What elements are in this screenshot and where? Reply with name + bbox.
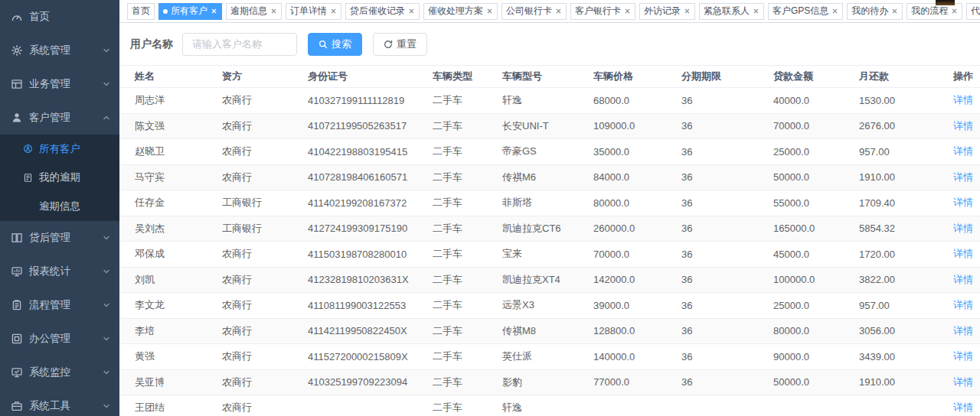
table-row: 周志洋农商行410327199111112819二手车轩逸68000.03640…	[119, 88, 980, 114]
detail-link[interactable]: 详情	[953, 223, 973, 234]
sidebar-item[interactable]: 系统工具	[0, 389, 119, 416]
detail-link[interactable]: 详情	[953, 376, 973, 388]
column-header-vehicle_price: 车辆价格	[593, 66, 681, 88]
tab-active[interactable]: 所有客户	[158, 3, 222, 20]
cell-action: 详情	[953, 88, 980, 114]
cell-vehicle_model: 凯迪拉克XT4	[502, 267, 593, 293]
sidebar-item[interactable]: 首页	[0, 0, 119, 34]
tab[interactable]: 代签任务	[966, 3, 980, 20]
close-icon[interactable]	[330, 8, 337, 15]
cell-action: 详情	[953, 139, 980, 165]
tab-label: 外访记录	[644, 5, 681, 18]
close-icon[interactable]	[270, 8, 277, 15]
tab[interactable]: 紧急联系人	[699, 3, 764, 20]
cell-vehicle_model: 菲斯塔	[502, 190, 593, 216]
detail-link[interactable]: 详情	[953, 401, 973, 413]
cell-funder: 工商银行	[222, 190, 308, 216]
sidebar-item[interactable]: 贷后管理	[0, 221, 119, 255]
tab-label: 我的待办	[851, 5, 888, 18]
close-icon[interactable]	[891, 8, 898, 15]
cell-name: 刘凯	[119, 267, 222, 293]
cell-vehicle_price: 140000.0	[593, 344, 681, 370]
clipboard-icon	[11, 299, 23, 311]
sidebar-item[interactable]: 客户管理	[0, 101, 119, 135]
close-icon[interactable]	[831, 8, 838, 15]
tab[interactable]: 贷后催收记录	[345, 3, 420, 20]
cell-vehicle_model: 轩逸	[502, 395, 593, 416]
document-list-icon	[23, 173, 33, 183]
tab[interactable]: 客户GPS信息	[768, 3, 843, 20]
tab[interactable]: 外访记录	[639, 3, 695, 20]
table-row: 王团结农商行二手车轩逸详情	[119, 395, 980, 416]
tab[interactable]: 公司银行卡	[501, 3, 567, 20]
tab[interactable]: 逾期信息	[226, 3, 282, 20]
sidebar-item[interactable]: 流程管理	[0, 288, 119, 322]
customer-name-input[interactable]	[182, 33, 297, 56]
column-header-vehicle_model: 车辆型号	[502, 66, 593, 88]
tab[interactable]: 催收处理方案	[423, 3, 498, 20]
sidebar-item[interactable]: 业务管理	[0, 67, 119, 101]
tab[interactable]: 首页	[127, 3, 155, 20]
detail-link[interactable]: 详情	[953, 274, 973, 285]
avatar-fragment	[936, 0, 955, 5]
cell-funder: 农商行	[222, 344, 308, 370]
tab-label: 客户GPS信息	[773, 5, 828, 18]
sidebar-subitem[interactable]: 我的逾期	[0, 164, 119, 193]
detail-link[interactable]: 详情	[953, 350, 973, 362]
sidebar-item[interactable]: 系统监控	[0, 356, 119, 389]
cell-name: 吴亚博	[119, 369, 222, 395]
close-icon[interactable]	[951, 8, 958, 15]
cell-action: 详情	[953, 293, 980, 319]
search-button-label: 搜索	[332, 37, 351, 51]
cell-vehicle_price: 260000.0	[593, 216, 681, 242]
detail-link[interactable]: 详情	[953, 94, 973, 106]
cell-term: 36	[681, 139, 773, 165]
sidebar-subitem[interactable]: 所有客户	[0, 135, 119, 164]
tab[interactable]: 客户银行卡	[570, 3, 635, 20]
sidebar-item-label: 系统工具	[29, 399, 70, 413]
cell-funder: 农商行	[222, 293, 308, 319]
table-row: 刘凯农商行41232819810203631X二手车凯迪拉克XT4142000.…	[119, 267, 980, 293]
column-header-funder: 资方	[222, 66, 308, 88]
close-icon[interactable]	[408, 8, 415, 15]
sidebar-subitem[interactable]: 逾期信息	[0, 192, 119, 221]
cell-name: 马守宾	[119, 164, 222, 190]
table-row: 赵晓卫农商行410422198803195415二手车帝豪GS35000.036…	[119, 139, 980, 165]
sidebar-item[interactable]: 报表统计	[0, 255, 119, 288]
search-button[interactable]: 搜索	[308, 33, 362, 56]
search-bar: 用户名称 搜索 重置	[119, 23, 980, 65]
tab[interactable]: 我的待办	[847, 3, 903, 20]
cell-vehicle_type: 二手车	[433, 344, 502, 370]
sidebar-item-label: 客户管理	[29, 111, 70, 125]
detail-link[interactable]: 详情	[953, 197, 973, 208]
cell-id_number: 410327199111112819	[308, 88, 433, 114]
tab-label: 订单详情	[290, 5, 327, 18]
cell-loan_amount: 50000.0	[773, 369, 859, 395]
reset-button[interactable]: 重置	[373, 33, 427, 56]
cell-monthly_payment: 2676.00	[859, 113, 953, 139]
cell-vehicle_price: 70000.0	[593, 242, 681, 268]
sidebar-item[interactable]: 系统管理	[0, 34, 119, 67]
tab[interactable]: 订单详情	[286, 3, 341, 20]
cell-loan_amount: 70000.0	[773, 113, 859, 139]
detail-link[interactable]: 详情	[953, 325, 973, 336]
close-icon[interactable]	[211, 8, 217, 15]
cell-funder: 农商行	[222, 395, 308, 416]
cell-vehicle_type: 二手车	[433, 369, 502, 395]
close-icon[interactable]	[684, 8, 691, 15]
close-icon[interactable]	[624, 8, 631, 15]
close-icon[interactable]	[753, 8, 760, 15]
sidebar-item[interactable]: 办公管理	[0, 322, 119, 356]
detail-link[interactable]: 详情	[953, 248, 973, 259]
cell-id_number: 41232819810203631X	[308, 267, 433, 293]
close-icon[interactable]	[486, 8, 493, 15]
detail-link[interactable]: 详情	[953, 171, 973, 183]
close-icon[interactable]	[555, 8, 562, 15]
detail-link[interactable]: 详情	[953, 299, 973, 310]
cell-vehicle_model: 远景X3	[502, 293, 593, 319]
cell-name: 陈文强	[119, 113, 222, 139]
cell-loan_amount: 45000.0	[773, 242, 859, 268]
detail-link[interactable]: 详情	[953, 145, 973, 157]
detail-link[interactable]: 详情	[953, 120, 973, 132]
cell-vehicle_type: 二手车	[433, 164, 502, 190]
